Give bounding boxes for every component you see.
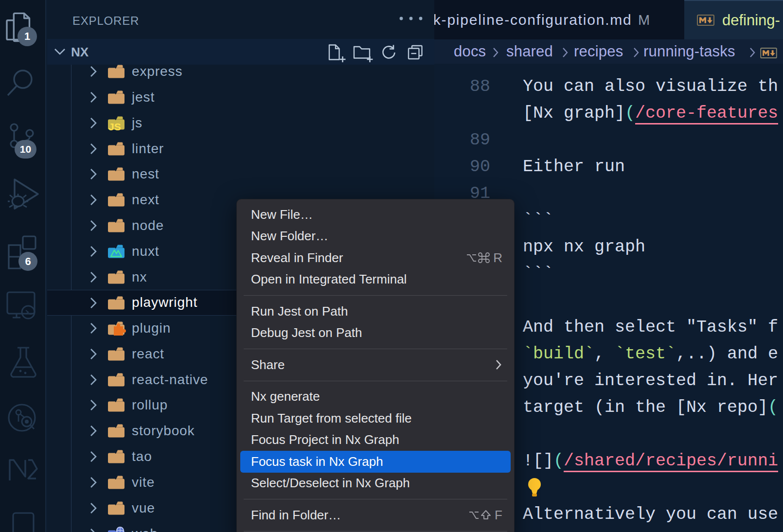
svg-text:JS: JS [108, 121, 121, 131]
